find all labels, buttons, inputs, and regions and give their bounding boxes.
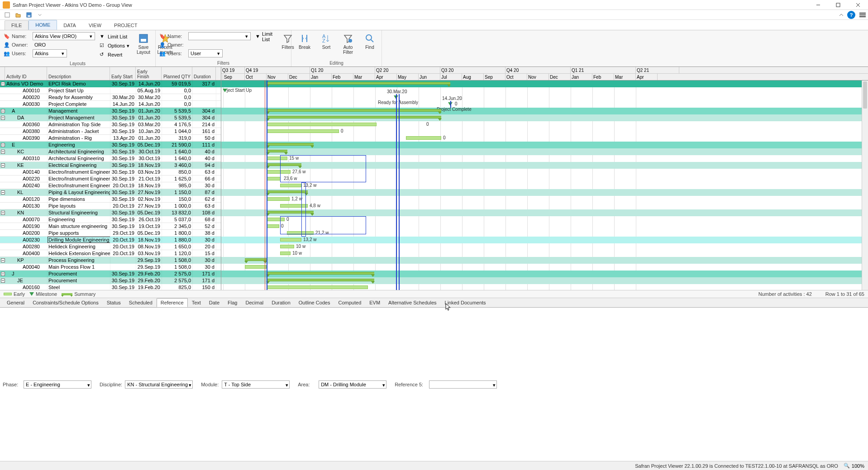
task-bar[interactable] — [280, 245, 294, 248]
task-bar[interactable] — [267, 170, 291, 174]
tab-view[interactable]: VIEW — [82, 21, 108, 30]
detail-tab[interactable]: General — [3, 298, 29, 307]
col-early-finish[interactable]: Early Finish — [136, 67, 162, 80]
col-early-start[interactable]: Early Start — [110, 67, 136, 80]
grid-row[interactable]: Atkins VO DemoEPCI Risk Demo30.Sep.1914.… — [0, 81, 221, 87]
tab-project[interactable]: PROJECT — [108, 21, 143, 30]
summary-bar[interactable] — [267, 163, 301, 166]
find-button[interactable]: Find — [360, 32, 379, 51]
task-bar[interactable] — [280, 184, 301, 187]
col-activity-id[interactable]: Activity ID — [5, 67, 47, 80]
detail-tab[interactable]: Computed — [334, 298, 366, 307]
qat-save-icon[interactable] — [24, 11, 33, 19]
tab-home[interactable]: HOME — [29, 20, 57, 30]
detail-tab[interactable]: Date — [205, 298, 224, 307]
qat-open-icon[interactable] — [14, 11, 23, 19]
options-button[interactable]: ☑Options ▾ — [98, 41, 131, 50]
grid-row[interactable]: A00280Helideck Engineering20.Oct.1908.No… — [0, 243, 221, 250]
expand-icon[interactable] — [0, 82, 5, 86]
break-button[interactable]: Break — [295, 32, 314, 51]
tab-file[interactable]: FILE — [5, 20, 29, 30]
scrollbar-thumb[interactable] — [863, 81, 867, 109]
tab-data[interactable]: DATA — [57, 21, 82, 30]
detail-tab[interactable]: Flag — [224, 298, 241, 307]
expand-icon[interactable] — [0, 116, 5, 120]
gantt-chart[interactable]: Q3 19Q4 19Q1 20Q2 20Q3 20Q4 20Q1 21Q2 21… — [221, 67, 868, 290]
detail-tab[interactable]: EVM — [365, 298, 384, 307]
expand-icon[interactable] — [0, 109, 5, 113]
ref5-combo[interactable]: ▾ — [429, 380, 497, 389]
grid-row[interactable]: A00160Steel30.Sep.1919.Feb.20825,0150 d — [0, 284, 221, 290]
summary-bar[interactable] — [267, 82, 450, 85]
summary-bar[interactable] — [267, 143, 314, 146]
summary-bar[interactable] — [267, 109, 441, 112]
vertical-scrollbar[interactable] — [862, 81, 868, 290]
close-button[interactable] — [848, 0, 868, 10]
detail-tab[interactable]: Duration — [267, 298, 295, 307]
area-combo[interactable]: DM - Drilling Module▾ — [319, 380, 386, 389]
grid-row[interactable]: A00360Administration Top Side30.Sep.1903… — [0, 121, 221, 128]
detail-tab[interactable]: Scheduled — [125, 298, 157, 307]
summary-bar[interactable] — [267, 272, 374, 275]
detail-tab[interactable]: Reference — [157, 298, 188, 307]
grid-row[interactable]: A00240Electro/Instrument Engineering20.O… — [0, 182, 221, 189]
grid-row[interactable]: A00130Pipe layouts20.Oct.1927.Nov.191 00… — [0, 203, 221, 209]
expand-icon[interactable] — [0, 190, 5, 195]
sort-button[interactable]: AZ Sort — [317, 32, 336, 51]
grid-row[interactable]: EEngineering30.Sep.1905.Dec.1921 590,011… — [0, 142, 221, 148]
grid-row[interactable]: A00120Pipe dimensions30.Sep.1902.Nov.191… — [0, 196, 221, 203]
summary-bar[interactable] — [267, 279, 374, 281]
grid-row[interactable]: A00200Pipe supports29.Oct.1905.Dec.191 8… — [0, 230, 221, 237]
task-bar[interactable] — [267, 197, 290, 201]
expand-icon[interactable] — [0, 258, 5, 262]
hamburger-icon[interactable] — [857, 11, 868, 19]
task-bar[interactable] — [267, 129, 339, 133]
task-bar[interactable] — [245, 265, 267, 269]
expand-icon[interactable] — [0, 143, 5, 147]
expand-icon[interactable] — [0, 163, 5, 167]
task-bar[interactable] — [406, 136, 441, 140]
expand-icon[interactable] — [0, 279, 5, 283]
summary-bar[interactable] — [267, 190, 308, 193]
grid-row[interactable]: A00040Main Process Flow 129.Sep.191 508,… — [0, 264, 221, 271]
task-bar[interactable] — [280, 204, 308, 208]
filters-name-combo[interactable]: ▾ — [188, 32, 251, 40]
gantt-canvas[interactable]: ject Start Up30.Mar.20Ready for Assembly… — [221, 81, 868, 290]
summary-bar[interactable] — [267, 116, 441, 119]
grid-row[interactable]: A00070Engineering30.Sep.1926.Oct.195 037… — [0, 216, 221, 223]
expand-icon[interactable] — [0, 272, 5, 276]
milestone-marker[interactable] — [448, 102, 453, 106]
task-bar[interactable] — [280, 252, 291, 255]
milestone-marker[interactable] — [394, 95, 398, 99]
detail-tab[interactable]: Decimal — [241, 298, 267, 307]
grid-row[interactable]: A00310Architectural Engineering30.Sep.19… — [0, 155, 221, 162]
grid-row[interactable]: KNStructural Engineering30.Sep.1905.Dec.… — [0, 209, 221, 216]
grid-row[interactable]: KCArchitectural Engineering30.Sep.1930.O… — [0, 148, 221, 155]
grid-body[interactable]: Atkins VO DemoEPCI Risk Demo30.Sep.1914.… — [0, 81, 221, 290]
qat-new-icon[interactable] — [3, 11, 12, 19]
task-bar[interactable] — [267, 157, 287, 160]
col-description[interactable]: Description — [47, 67, 110, 80]
summary-bar[interactable] — [245, 258, 267, 261]
phase-combo[interactable]: E - Engineering▾ — [24, 380, 91, 389]
save-layout-button[interactable]: Save Layout — [134, 32, 153, 56]
grid-row[interactable]: JEProcurement30.Sep.1929.Feb.202 575,017… — [0, 277, 221, 284]
grid-row[interactable]: KLPiping & Layout Engineering30.Sep.1927… — [0, 189, 221, 196]
filters-users-combo[interactable]: User▾ — [188, 49, 223, 57]
grid-row[interactable]: JProcurement30.Sep.1929.Feb.202 575,0171… — [0, 271, 221, 277]
task-bar[interactable] — [267, 218, 285, 221]
grid-row[interactable]: A00010Project Start Up05.Aug.190,0 — [0, 87, 221, 94]
grid-row[interactable]: A00030Project Complete14.Jun.2014.Jun.20… — [0, 101, 221, 108]
minimize-button[interactable] — [808, 0, 828, 10]
expand-icon[interactable] — [0, 211, 5, 215]
grid-row[interactable]: KEElectrical Engineering30.Sep.1918.Nov.… — [0, 162, 221, 169]
auto-filter-button[interactable]: Auto Filter — [339, 32, 358, 56]
task-bar[interactable] — [267, 224, 279, 228]
task-bar[interactable] — [280, 238, 301, 242]
detail-tab[interactable]: Linked Documents — [441, 298, 490, 307]
grid-row[interactable]: DAProject Management30.Sep.1901.Jun.205 … — [0, 114, 221, 121]
task-bar[interactable] — [267, 177, 281, 180]
grid-row[interactable]: KPProcess Engineering29.Sep.191 508,030 … — [0, 257, 221, 264]
detail-tab[interactable]: Constraints/Schedule Options — [29, 298, 103, 307]
col-planned-qty[interactable]: Planned QTY — [162, 67, 192, 80]
